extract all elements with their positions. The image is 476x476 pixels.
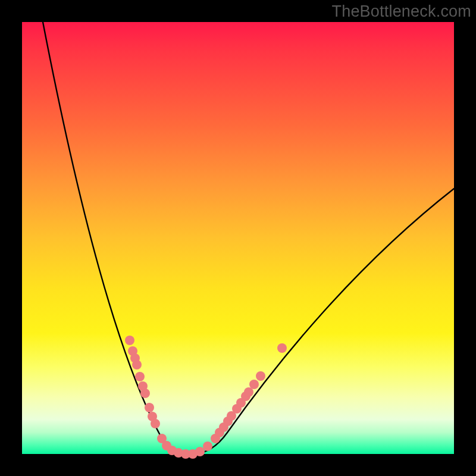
curve-layer [22, 22, 454, 454]
data-dot [195, 447, 205, 456]
data-dot [125, 336, 134, 345]
data-dot [277, 343, 287, 353]
data-dot [151, 419, 160, 428]
data-dot [256, 371, 265, 381]
data-dot [140, 389, 150, 398]
watermark-text: TheBottleneck.com [331, 2, 471, 21]
dot-cluster [125, 336, 287, 459]
plot-area [22, 22, 454, 454]
data-dot [244, 387, 253, 397]
data-dot [132, 360, 142, 369]
data-dot [249, 380, 259, 389]
data-dot [203, 441, 212, 451]
data-dot [135, 372, 145, 381]
data-dot [145, 403, 154, 412]
chart-frame: TheBottleneck.com [0, 0, 476, 476]
